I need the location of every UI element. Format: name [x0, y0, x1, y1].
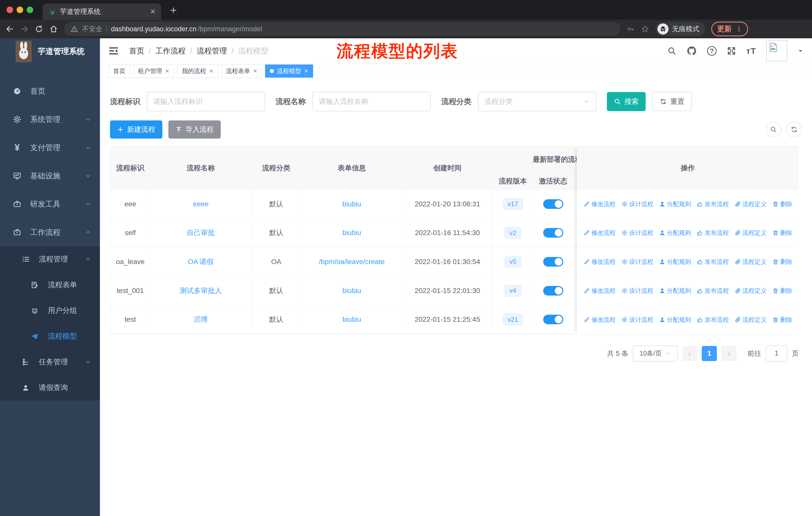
create-process-button[interactable]: 新建流程	[110, 120, 162, 139]
action-3-row-0[interactable]: 发布流程	[697, 200, 729, 208]
close-icon[interactable]: ✕	[165, 68, 169, 74]
tag-tab-4[interactable]: 流程模型✕	[265, 64, 313, 78]
sidebar-item-8[interactable]: 用户分组	[0, 298, 100, 324]
active-toggle-2[interactable]	[543, 257, 563, 267]
cell-form-link-1[interactable]: biubiu	[301, 219, 402, 248]
action-5-row-0[interactable]: 删除	[772, 200, 792, 208]
action-0-row-4[interactable]: 修改流程	[583, 316, 616, 324]
key-input[interactable]	[147, 92, 265, 111]
action-2-row-3[interactable]: 分配规则	[659, 287, 691, 295]
tag-tab-2[interactable]: 我的流程✕	[177, 64, 218, 78]
action-2-row-2[interactable]: 分配规则	[659, 258, 691, 266]
action-4-row-0[interactable]: 流程定义	[734, 200, 767, 208]
address-bar[interactable]: 不安全 dashboard.yudao.iocoder.cn/bpm/manag…	[64, 22, 620, 36]
key-icon[interactable]	[626, 25, 635, 33]
sidebar-item-0[interactable]: 首页	[0, 77, 100, 105]
tag-tab-0[interactable]: 首页	[109, 64, 130, 78]
cell-form-link-2[interactable]: /bpm/oa/leave/create	[301, 247, 402, 276]
reload-icon[interactable]	[35, 25, 43, 33]
action-5-row-4[interactable]: 删除	[772, 316, 792, 324]
active-toggle-0[interactable]	[543, 199, 563, 209]
action-1-row-2[interactable]: 设计流程	[621, 258, 654, 266]
security-label[interactable]: 不安全	[82, 24, 103, 33]
new-tab-button[interactable]	[169, 6, 178, 15]
action-2-row-1[interactable]: 分配规则	[659, 229, 691, 237]
category-select[interactable]: 流程分类	[478, 92, 596, 111]
github-icon[interactable]	[687, 46, 697, 56]
page-1-button[interactable]: 1	[702, 346, 717, 361]
window-controls[interactable]	[6, 6, 33, 13]
close-icon[interactable]: ✕	[304, 68, 308, 74]
browser-tab[interactable]: 芋道管理系统 ✕	[43, 3, 161, 20]
cell-name-link-3[interactable]: 测试多审批人	[150, 276, 251, 305]
action-1-row-4[interactable]: 设计流程	[621, 316, 654, 324]
sidebar-item-9[interactable]: 流程模型	[0, 324, 100, 349]
refresh-table-icon[interactable]	[786, 122, 802, 137]
prev-page-button[interactable]: ‹	[682, 346, 697, 361]
action-3-row-1[interactable]: 发布流程	[697, 229, 729, 237]
toggle-search-icon[interactable]	[766, 122, 781, 137]
name-input[interactable]	[312, 92, 431, 111]
tag-tab-1[interactable]: 租户管理✕	[133, 64, 174, 78]
bookmark-star-icon[interactable]	[641, 25, 649, 33]
close-window-button[interactable]	[6, 6, 13, 13]
next-page-button[interactable]: ›	[721, 346, 736, 361]
fullscreen-icon[interactable]	[727, 46, 736, 56]
cell-name-link-0[interactable]: eeee	[150, 190, 251, 219]
close-icon[interactable]: ✕	[253, 68, 258, 74]
sidebar-item-5[interactable]: 工作流程	[0, 218, 100, 246]
search-icon[interactable]	[667, 46, 676, 55]
action-4-row-2[interactable]: 流程定义	[734, 258, 767, 266]
action-3-row-3[interactable]: 发布流程	[697, 287, 729, 295]
action-5-row-1[interactable]: 删除	[772, 229, 792, 237]
zoom-window-button[interactable]	[27, 6, 33, 13]
action-4-row-3[interactable]: 流程定义	[734, 287, 767, 295]
page-size-select[interactable]: 10条/页	[633, 346, 677, 361]
sidebar-item-11[interactable]: 请假查询	[0, 375, 100, 401]
action-0-row-2[interactable]: 修改流程	[583, 258, 616, 266]
action-2-row-4[interactable]: 分配规则	[659, 316, 691, 324]
sidebar-item-10[interactable]: 任务管理	[0, 349, 100, 375]
back-icon[interactable]	[5, 25, 14, 33]
user-avatar[interactable]	[766, 40, 787, 61]
sidebar-item-7[interactable]: 流程表单	[0, 272, 100, 298]
browser-menu-update-button[interactable]: 更新	[711, 22, 748, 36]
action-4-row-1[interactable]: 流程定义	[734, 229, 767, 237]
forward-icon[interactable]	[20, 25, 29, 33]
breadcrumb-process-mgmt[interactable]: 流程管理	[197, 46, 227, 56]
collapse-sidebar-icon[interactable]	[109, 46, 119, 56]
action-1-row-1[interactable]: 设计流程	[621, 229, 654, 237]
action-1-row-3[interactable]: 设计流程	[621, 287, 654, 295]
goto-page-input[interactable]	[766, 346, 787, 361]
active-toggle-3[interactable]	[543, 286, 563, 296]
cell-name-link-2[interactable]: OA 请假	[150, 247, 251, 276]
active-toggle-4[interactable]	[543, 315, 563, 324]
cell-name-link-4[interactable]: 滔博	[150, 305, 251, 334]
action-0-row-1[interactable]: 修改流程	[583, 229, 616, 237]
close-icon[interactable]: ✕	[209, 68, 213, 74]
sidebar-item-1[interactable]: 系统管理	[0, 105, 100, 134]
action-2-row-0[interactable]: 分配规则	[659, 200, 691, 208]
cell-name-link-1[interactable]: 自己审批	[150, 219, 251, 248]
minimize-window-button[interactable]	[17, 6, 23, 13]
sidebar-item-3[interactable]: 基础设施	[0, 162, 100, 190]
search-button[interactable]: 搜索	[607, 92, 646, 111]
sidebar-item-4[interactable]: 研发工具	[0, 190, 100, 218]
help-icon[interactable]: ?	[707, 46, 717, 56]
cell-form-link-3[interactable]: biubiu	[301, 276, 402, 305]
breadcrumb-home[interactable]: 首页	[129, 46, 144, 56]
action-5-row-3[interactable]: 删除	[772, 287, 792, 295]
import-process-button[interactable]: 导入流程	[168, 120, 221, 139]
reset-button[interactable]: 重置	[652, 92, 692, 111]
action-4-row-4[interactable]: 流程定义	[734, 316, 767, 324]
cell-form-link-0[interactable]: biubiu	[301, 190, 402, 219]
active-toggle-1[interactable]	[543, 228, 563, 238]
action-3-row-4[interactable]: 发布流程	[697, 316, 729, 324]
close-tab-icon[interactable]: ✕	[150, 8, 155, 16]
action-3-row-2[interactable]: 发布流程	[697, 258, 729, 266]
cell-form-link-4[interactable]: biubiu	[301, 305, 402, 334]
tag-tab-3[interactable]: 流程表单✕	[221, 64, 262, 78]
action-5-row-2[interactable]: 删除	[772, 258, 792, 266]
font-size-icon[interactable]: ᴛT	[746, 46, 756, 56]
breadcrumb-workflow[interactable]: 工作流程	[155, 46, 185, 56]
